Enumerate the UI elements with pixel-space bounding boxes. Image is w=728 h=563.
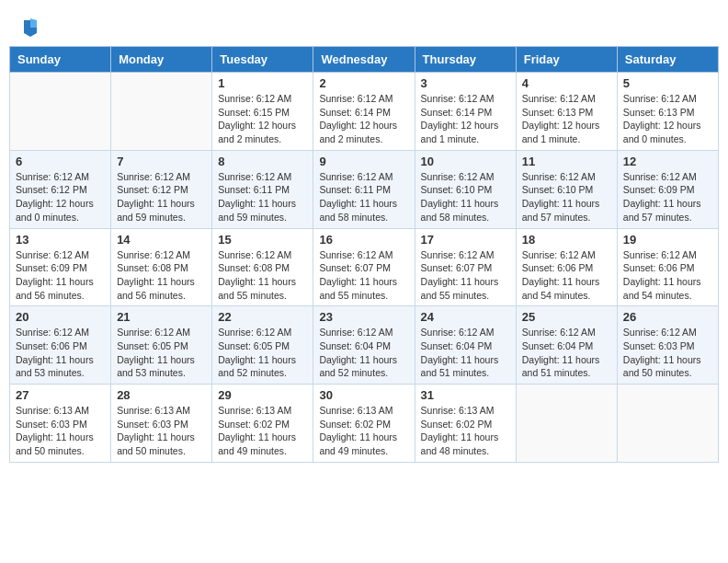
day-detail: Sunrise: 6:12 AM Sunset: 6:14 PM Dayligh… — [319, 92, 408, 146]
calendar-cell: 20Sunrise: 6:12 AM Sunset: 6:06 PM Dayli… — [10, 306, 111, 385]
day-detail: Sunrise: 6:12 AM Sunset: 6:05 PM Dayligh… — [117, 326, 206, 380]
day-detail: Sunrise: 6:12 AM Sunset: 6:09 PM Dayligh… — [16, 248, 105, 303]
day-detail: Sunrise: 6:12 AM Sunset: 6:14 PM Dayligh… — [421, 92, 510, 146]
calendar-week-2: 6Sunrise: 6:12 AM Sunset: 6:12 PM Daylig… — [10, 150, 719, 228]
calendar-cell: 21Sunrise: 6:12 AM Sunset: 6:05 PM Dayli… — [111, 306, 212, 385]
day-number: 5 — [623, 76, 712, 90]
day-detail: Sunrise: 6:12 AM Sunset: 6:06 PM Dayligh… — [522, 248, 611, 303]
calendar-header-friday: Friday — [516, 47, 617, 73]
calendar-header-sunday: Sunday — [10, 47, 111, 73]
calendar-cell: 25Sunrise: 6:12 AM Sunset: 6:04 PM Dayli… — [516, 306, 617, 385]
day-detail: Sunrise: 6:12 AM Sunset: 6:12 PM Dayligh… — [117, 170, 206, 224]
day-number: 21 — [117, 310, 206, 324]
calendar-week-4: 20Sunrise: 6:12 AM Sunset: 6:06 PM Dayli… — [10, 306, 719, 385]
calendar-week-5: 27Sunrise: 6:13 AM Sunset: 6:03 PM Dayli… — [10, 385, 719, 463]
day-number: 18 — [522, 233, 611, 247]
day-detail: Sunrise: 6:12 AM Sunset: 6:13 PM Dayligh… — [522, 92, 611, 146]
day-detail: Sunrise: 6:13 AM Sunset: 6:03 PM Dayligh… — [117, 404, 206, 458]
day-number: 13 — [16, 233, 105, 247]
day-number: 24 — [421, 310, 510, 324]
day-number: 10 — [421, 155, 510, 168]
calendar-cell: 22Sunrise: 6:12 AM Sunset: 6:05 PM Dayli… — [212, 306, 313, 385]
day-detail: Sunrise: 6:12 AM Sunset: 6:07 PM Dayligh… — [319, 248, 408, 303]
day-detail: Sunrise: 6:12 AM Sunset: 6:12 PM Dayligh… — [16, 170, 105, 224]
calendar-cell: 4Sunrise: 6:12 AM Sunset: 6:13 PM Daylig… — [516, 73, 617, 151]
day-number: 2 — [319, 76, 408, 90]
day-detail: Sunrise: 6:13 AM Sunset: 6:02 PM Dayligh… — [421, 404, 510, 458]
day-number: 12 — [623, 155, 712, 168]
calendar-cell: 23Sunrise: 6:12 AM Sunset: 6:04 PM Dayli… — [313, 306, 415, 385]
day-detail: Sunrise: 6:13 AM Sunset: 6:02 PM Dayligh… — [218, 404, 307, 458]
day-detail: Sunrise: 6:12 AM Sunset: 6:04 PM Dayligh… — [421, 326, 510, 380]
calendar-week-3: 13Sunrise: 6:12 AM Sunset: 6:09 PM Dayli… — [10, 228, 719, 306]
calendar-cell: 31Sunrise: 6:13 AM Sunset: 6:02 PM Dayli… — [415, 385, 516, 463]
day-detail: Sunrise: 6:12 AM Sunset: 6:07 PM Dayligh… — [421, 248, 510, 303]
calendar-cell: 5Sunrise: 6:12 AM Sunset: 6:13 PM Daylig… — [617, 73, 718, 151]
calendar-cell: 18Sunrise: 6:12 AM Sunset: 6:06 PM Dayli… — [516, 228, 617, 306]
page-header — [9, 9, 719, 40]
calendar-cell: 24Sunrise: 6:12 AM Sunset: 6:04 PM Dayli… — [415, 306, 516, 385]
day-detail: Sunrise: 6:12 AM Sunset: 6:09 PM Dayligh… — [623, 170, 712, 224]
calendar-cell — [111, 73, 212, 151]
day-number: 14 — [117, 233, 206, 247]
day-detail: Sunrise: 6:12 AM Sunset: 6:11 PM Dayligh… — [218, 170, 307, 224]
calendar-cell: 6Sunrise: 6:12 AM Sunset: 6:12 PM Daylig… — [10, 150, 111, 228]
day-number: 20 — [16, 310, 105, 324]
svg-marker-1 — [30, 18, 37, 28]
calendar-cell: 29Sunrise: 6:13 AM Sunset: 6:02 PM Dayli… — [212, 385, 313, 463]
calendar-cell: 28Sunrise: 6:13 AM Sunset: 6:03 PM Dayli… — [111, 385, 212, 463]
calendar-cell: 12Sunrise: 6:12 AM Sunset: 6:09 PM Dayli… — [617, 150, 718, 228]
day-number: 25 — [522, 310, 611, 324]
calendar-cell: 13Sunrise: 6:12 AM Sunset: 6:09 PM Dayli… — [10, 228, 111, 306]
calendar-cell: 19Sunrise: 6:12 AM Sunset: 6:06 PM Dayli… — [617, 228, 718, 306]
day-number: 16 — [319, 233, 408, 247]
calendar-cell: 10Sunrise: 6:12 AM Sunset: 6:10 PM Dayli… — [415, 150, 516, 228]
day-detail: Sunrise: 6:12 AM Sunset: 6:04 PM Dayligh… — [319, 326, 408, 380]
day-number: 1 — [218, 76, 307, 90]
calendar-header-tuesday: Tuesday — [212, 47, 313, 73]
day-number: 3 — [421, 76, 510, 90]
logo-icon — [22, 17, 39, 37]
day-detail: Sunrise: 6:12 AM Sunset: 6:11 PM Dayligh… — [319, 170, 408, 224]
calendar-cell — [10, 73, 111, 151]
calendar-header-wednesday: Wednesday — [313, 47, 415, 73]
calendar-cell: 16Sunrise: 6:12 AM Sunset: 6:07 PM Dayli… — [313, 228, 415, 306]
day-number: 8 — [218, 155, 307, 168]
day-detail: Sunrise: 6:12 AM Sunset: 6:08 PM Dayligh… — [218, 248, 307, 303]
day-number: 15 — [218, 233, 307, 247]
calendar-cell: 2Sunrise: 6:12 AM Sunset: 6:14 PM Daylig… — [313, 73, 415, 151]
day-detail: Sunrise: 6:13 AM Sunset: 6:03 PM Dayligh… — [16, 404, 105, 458]
calendar-cell: 17Sunrise: 6:12 AM Sunset: 6:07 PM Dayli… — [415, 228, 516, 306]
calendar-cell: 3Sunrise: 6:12 AM Sunset: 6:14 PM Daylig… — [415, 73, 516, 151]
calendar-header-monday: Monday — [111, 47, 212, 73]
logo — [18, 17, 39, 37]
day-number: 27 — [16, 388, 105, 402]
day-number: 28 — [117, 388, 206, 402]
day-number: 4 — [522, 76, 611, 90]
day-detail: Sunrise: 6:12 AM Sunset: 6:15 PM Dayligh… — [218, 92, 307, 146]
day-detail: Sunrise: 6:12 AM Sunset: 6:10 PM Dayligh… — [522, 170, 611, 224]
day-number: 22 — [218, 310, 307, 324]
calendar-table: SundayMondayTuesdayWednesdayThursdayFrid… — [9, 46, 719, 463]
day-number: 31 — [421, 388, 510, 402]
calendar-header-thursday: Thursday — [415, 47, 516, 73]
day-detail: Sunrise: 6:13 AM Sunset: 6:02 PM Dayligh… — [319, 404, 408, 458]
calendar-cell — [617, 385, 718, 463]
calendar-cell: 15Sunrise: 6:12 AM Sunset: 6:08 PM Dayli… — [212, 228, 313, 306]
day-number: 11 — [522, 155, 611, 168]
day-detail: Sunrise: 6:12 AM Sunset: 6:08 PM Dayligh… — [117, 248, 206, 303]
day-number: 9 — [319, 155, 408, 168]
day-number: 26 — [623, 310, 712, 324]
calendar-week-1: 1Sunrise: 6:12 AM Sunset: 6:15 PM Daylig… — [10, 73, 719, 151]
calendar-cell: 11Sunrise: 6:12 AM Sunset: 6:10 PM Dayli… — [516, 150, 617, 228]
day-number: 6 — [16, 155, 105, 168]
day-detail: Sunrise: 6:12 AM Sunset: 6:06 PM Dayligh… — [623, 248, 712, 303]
calendar-cell: 14Sunrise: 6:12 AM Sunset: 6:08 PM Dayli… — [111, 228, 212, 306]
calendar-cell: 8Sunrise: 6:12 AM Sunset: 6:11 PM Daylig… — [212, 150, 313, 228]
calendar-header-saturday: Saturday — [617, 47, 718, 73]
calendar-cell: 30Sunrise: 6:13 AM Sunset: 6:02 PM Dayli… — [313, 385, 415, 463]
day-detail: Sunrise: 6:12 AM Sunset: 6:06 PM Dayligh… — [16, 326, 105, 380]
day-detail: Sunrise: 6:12 AM Sunset: 6:04 PM Dayligh… — [522, 326, 611, 380]
day-detail: Sunrise: 6:12 AM Sunset: 6:13 PM Dayligh… — [623, 92, 712, 146]
calendar-cell: 26Sunrise: 6:12 AM Sunset: 6:03 PM Dayli… — [617, 306, 718, 385]
